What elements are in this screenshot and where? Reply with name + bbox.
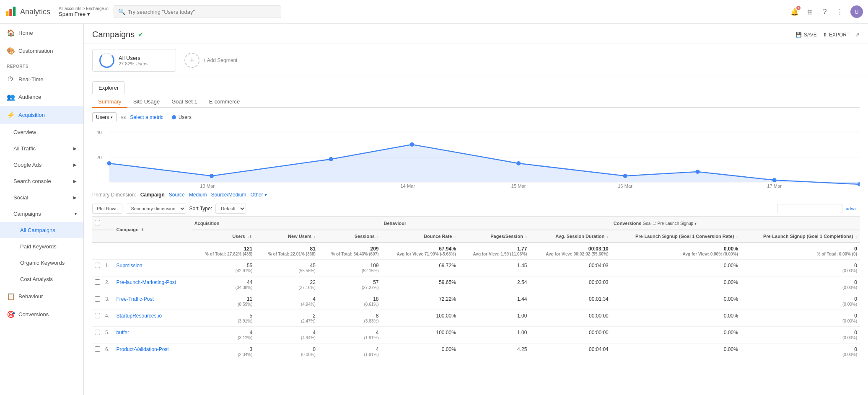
th-bounce-rate[interactable]: Bounce Rate ↕ [381, 230, 459, 243]
sidebar-item-organic-keywords[interactable]: Organic Keywords [0, 255, 83, 271]
apps-button[interactable]: ⊞ [805, 7, 814, 16]
secondary-dimension-dropdown[interactable]: Secondary dimension [126, 204, 186, 214]
sidebar-item-conversions[interactable]: 🎯 Conversions [0, 305, 83, 323]
row-sessions: 18 (8.61%) [318, 293, 381, 310]
sub-tab-summary[interactable]: Summary [92, 96, 127, 108]
th-pre-launch-rate[interactable]: Pre-Launch Signup (Goal 1 Conversion Rat… [611, 230, 741, 243]
export-button[interactable]: ⬆ EXPORT [823, 32, 850, 38]
search-input[interactable] [128, 9, 277, 15]
th-campaign[interactable]: Campaign ⬆ [114, 217, 192, 243]
row-campaign: Product-Validation-Post [114, 343, 192, 360]
select-all-checkbox[interactable] [95, 220, 100, 225]
row-number: 5. [103, 327, 114, 343]
metric-dropdown[interactable]: Users ▾ [92, 112, 117, 122]
svg-point-14 [623, 174, 627, 178]
behaviour-icon: 📋 [7, 292, 14, 300]
sub-tab-site-usage[interactable]: Site Usage [127, 96, 166, 107]
table-row: 1. Submission 55 (42.97%) 45 (55.56%) 10… [92, 260, 860, 276]
table-row: 2. Pre-launch-Marketing-Post 44 (34.38%)… [92, 276, 860, 293]
svg-rect-1 [9, 9, 12, 16]
dim-source-medium[interactable]: Source/Medium [211, 192, 246, 198]
dim-source[interactable]: Source [169, 192, 185, 198]
explorer-section: Explorer Summary Site Usage Goal Set 1 E… [84, 81, 868, 108]
tab-explorer[interactable]: Explorer [92, 81, 125, 94]
notifications-button[interactable]: 🔔 1 [790, 7, 799, 16]
sidebar-item-acquisition[interactable]: ⚡ Acquisition [0, 106, 83, 124]
segment-card-all-users[interactable]: All Users 27.82% Users [92, 49, 176, 72]
chart-controls: Users ▾ vs Select a metric Users [92, 112, 860, 122]
sub-tab-goal-set-1[interactable]: Goal Set 1 [166, 96, 203, 107]
search-icon: 🔍 [118, 8, 125, 15]
sidebar-item-realtime[interactable]: ⏱ Real-Time [0, 70, 83, 88]
save-button[interactable]: 💾 SAVE [795, 32, 817, 38]
table-row: 4. StartupResources.io 5 (3.91%) 2 (2.47… [92, 310, 860, 327]
dim-other[interactable]: Other ▾ [250, 192, 267, 198]
plot-rows-button[interactable]: Plot Rows [92, 204, 122, 214]
row-users: 4 (3.12%) [192, 327, 255, 343]
pre-launch-rate-sort-icon: ↕ [736, 235, 738, 239]
row-users: 55 (42.97%) [192, 260, 255, 276]
th-row-num [103, 217, 114, 230]
share-button[interactable]: ↗ [855, 32, 860, 38]
sidebar-item-all-traffic[interactable]: All Traffic ▶ [0, 140, 83, 157]
avg-session-sort-icon: ↕ [606, 235, 609, 239]
th-avg-session[interactable]: Avg. Session Duration ↕ [529, 230, 611, 243]
total-pages-session: 1.77 Avg for View: 1.59 (11.06%) [459, 243, 530, 260]
sub-tab-ecommerce[interactable]: E-commerce [203, 96, 246, 107]
row-users: 44 (34.38%) [192, 276, 255, 293]
row-pre-launch-rate: 0.00% [611, 343, 741, 360]
help-button[interactable]: ? [820, 7, 829, 16]
svg-rect-0 [6, 11, 9, 16]
sort-type-dropdown[interactable]: Default [215, 204, 246, 214]
th-pre-launch-comp[interactable]: Pre-Launch Signup (Goal 1 Completions) ↕ [741, 230, 860, 243]
row-new-users: 0 (0.00%) [255, 343, 318, 360]
sidebar-item-customisation[interactable]: 🎨 Customisation [0, 42, 83, 60]
th-pages-session[interactable]: Pages/Session ↕ [459, 230, 530, 243]
row-avg-session: 00:01:34 [529, 293, 611, 310]
th-new-users[interactable]: New Users ↕ [255, 230, 318, 243]
dim-medium[interactable]: Medium [189, 192, 207, 198]
sidebar-item-paid-keywords[interactable]: Paid Keywords [0, 238, 83, 255]
sidebar-item-home[interactable]: 🏠 Home [0, 24, 83, 42]
row-avg-session: 00:03:03 [529, 276, 611, 293]
total-sessions: 209 % of Total: 34.43% (607) [318, 243, 381, 260]
sidebar-item-behaviour[interactable]: 📋 Behaviour [0, 287, 83, 305]
user-avatar[interactable]: U [850, 5, 863, 18]
row-pre-launch-rate: 0.00% [611, 310, 741, 327]
header-actions: 💾 SAVE ⬆ EXPORT ↗ [795, 32, 860, 38]
search-bar[interactable]: 🔍 [114, 5, 281, 18]
line-chart: 40 20 [92, 126, 860, 188]
row-checkbox[interactable] [95, 346, 100, 352]
dim-campaign[interactable]: Campaign [140, 192, 165, 198]
sidebar-item-search-console[interactable]: Search console ▶ [0, 173, 83, 189]
row-checkbox[interactable] [95, 330, 100, 335]
row-bounce-rate: 100.00% [381, 310, 459, 327]
more-options-button[interactable]: ⋮ [835, 7, 845, 16]
sidebar-item-google-ads[interactable]: Google Ads ▶ [0, 157, 83, 173]
row-bounce-rate: 72.22% [381, 293, 459, 310]
sidebar-item-social[interactable]: Social ▶ [0, 189, 83, 206]
sidebar-item-all-campaigns[interactable]: All Campaigns [0, 222, 83, 238]
row-checkbox[interactable] [95, 279, 100, 285]
table-search-input[interactable] [777, 204, 842, 213]
svg-point-10 [210, 174, 214, 178]
row-new-users: 4 (4.94%) [255, 293, 318, 310]
add-segment-icon: + [184, 53, 200, 68]
save-icon: 💾 [795, 32, 802, 38]
th-sessions[interactable]: Sessions ↕ [318, 230, 381, 243]
segment-info: All Users 27.82% Users [119, 55, 148, 66]
sidebar-item-audience[interactable]: 👥 Audience [0, 88, 83, 106]
verified-icon: ✔ [138, 31, 143, 39]
row-checkbox[interactable] [95, 313, 100, 318]
account-name[interactable]: Spam Free ▾ [59, 11, 109, 17]
sidebar-item-campaigns[interactable]: Campaigns ▾ [0, 206, 83, 222]
advanced-link[interactable]: adva... [846, 206, 860, 211]
row-checkbox[interactable] [95, 296, 100, 302]
row-checkbox[interactable] [95, 263, 100, 268]
add-segment-button[interactable]: + + Add Segment [184, 53, 237, 68]
sidebar-item-cost-analysis[interactable]: Cost Analysis [0, 271, 83, 287]
sidebar-item-overview[interactable]: Overview [0, 124, 83, 140]
th-users[interactable]: Users ↕⬇ [192, 230, 255, 243]
row-number: 2. [103, 276, 114, 293]
select-metric-link[interactable]: Select a metric [130, 114, 163, 120]
